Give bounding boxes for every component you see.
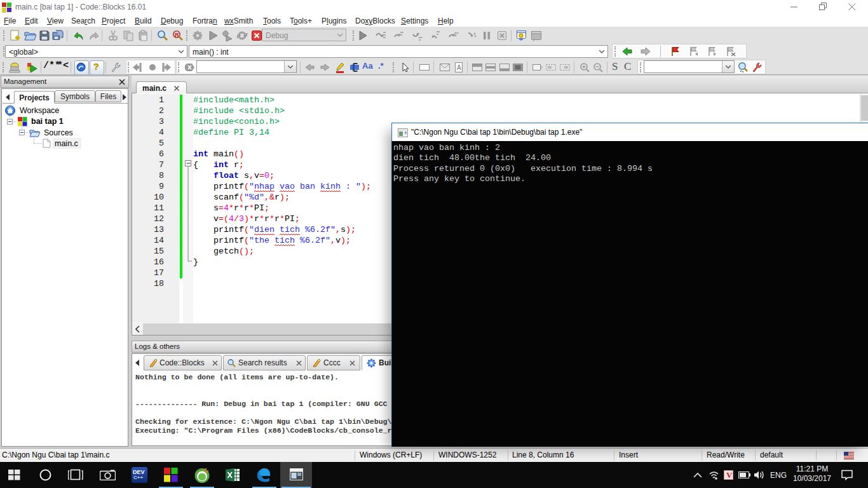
- svg-text:A: A: [457, 64, 461, 71]
- svg-text:R: R: [175, 32, 179, 38]
